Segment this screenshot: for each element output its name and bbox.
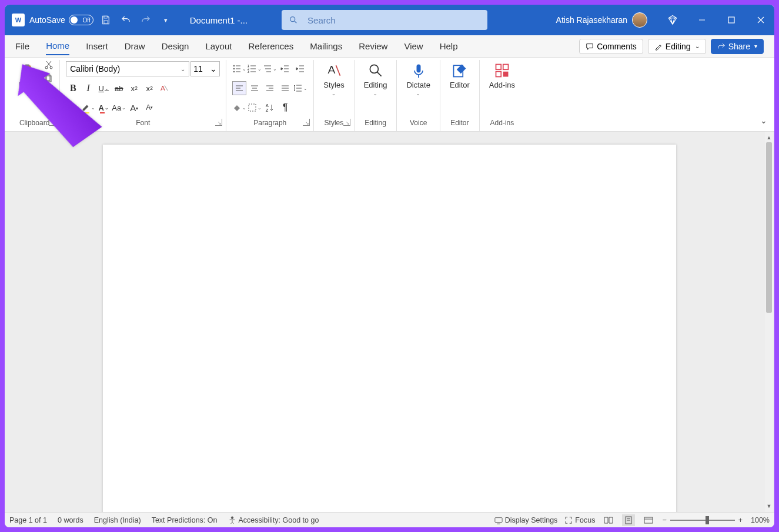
clear-format-icon[interactable]: A bbox=[158, 81, 172, 95]
tab-mailings[interactable]: Mailings bbox=[310, 38, 342, 55]
decrease-indent-icon[interactable] bbox=[278, 62, 292, 76]
editor-button[interactable]: Editor bbox=[446, 60, 473, 92]
svg-text:A: A bbox=[327, 63, 335, 76]
font-dialog-icon[interactable] bbox=[215, 119, 222, 126]
align-center-icon[interactable] bbox=[248, 81, 262, 95]
increase-indent-icon[interactable] bbox=[293, 62, 307, 76]
zoom-out-icon[interactable]: − bbox=[662, 516, 666, 524]
word-app-icon: W bbox=[12, 14, 25, 26]
show-marks-icon[interactable]: ¶ bbox=[278, 101, 292, 115]
line-spacing-icon[interactable]: ⌄ bbox=[293, 81, 307, 95]
search-input[interactable]: Search bbox=[282, 10, 487, 30]
group-styles: A Styles⌄ Styles bbox=[314, 60, 354, 131]
group-addins: Add-ins Add-ins bbox=[480, 60, 524, 131]
align-left-icon[interactable] bbox=[232, 81, 246, 95]
svg-point-14 bbox=[233, 71, 235, 72]
diamond-icon[interactable] bbox=[664, 11, 681, 29]
subscript-button[interactable]: x2 bbox=[127, 81, 141, 95]
zoom-control[interactable]: − + 100% bbox=[662, 516, 770, 524]
svg-rect-23 bbox=[416, 65, 420, 73]
collapse-ribbon-icon[interactable]: ⌄ bbox=[760, 116, 767, 125]
text-predictions-status[interactable]: Text Predictions: On bbox=[152, 516, 218, 524]
borders-icon[interactable]: ⌄ bbox=[248, 101, 262, 115]
tab-layout[interactable]: Layout bbox=[205, 38, 232, 55]
scroll-up-icon[interactable]: ▲ bbox=[765, 133, 773, 142]
scroll-thumb[interactable] bbox=[766, 142, 772, 313]
accessibility-status[interactable]: Accessibility: Good to go bbox=[228, 516, 319, 524]
grow-font-icon[interactable]: A▴ bbox=[127, 101, 141, 115]
title-bar: W AutoSave Off ▾ Document1 -... Search A… bbox=[5, 5, 774, 35]
dictate-button[interactable]: Dictate⌄ bbox=[403, 60, 433, 99]
svg-point-12 bbox=[233, 65, 235, 66]
comments-button[interactable]: Comments bbox=[579, 39, 643, 54]
editing-mode-button[interactable]: Editing⌄ bbox=[648, 39, 706, 54]
maximize-button[interactable] bbox=[723, 11, 740, 29]
tab-file[interactable]: File bbox=[15, 38, 29, 55]
display-settings[interactable]: Display Settings bbox=[494, 516, 558, 524]
svg-rect-25 bbox=[496, 65, 501, 70]
svg-rect-30 bbox=[495, 517, 502, 522]
svg-point-22 bbox=[370, 65, 378, 73]
ribbon-tabs: File Home Insert Draw Design Layout Refe… bbox=[5, 35, 774, 58]
shading-icon[interactable]: ⌄ bbox=[232, 101, 246, 115]
svg-text:A: A bbox=[266, 103, 269, 108]
word-count[interactable]: 0 words bbox=[58, 516, 83, 524]
multilevel-icon[interactable]: ⌄ bbox=[263, 62, 277, 76]
zoom-slider[interactable] bbox=[670, 520, 735, 521]
qat-dropdown-icon[interactable]: ▾ bbox=[158, 12, 173, 28]
align-right-icon[interactable] bbox=[263, 81, 277, 95]
addins-button[interactable]: Add-ins bbox=[486, 60, 519, 92]
web-layout-icon[interactable] bbox=[642, 514, 655, 526]
document-page[interactable] bbox=[103, 145, 676, 512]
svg-rect-28 bbox=[503, 72, 509, 77]
svg-text:3: 3 bbox=[248, 70, 249, 73]
word-window: W AutoSave Off ▾ Document1 -... Search A… bbox=[5, 5, 774, 527]
autosave[interactable]: AutoSave Off bbox=[29, 15, 93, 25]
close-button[interactable] bbox=[752, 11, 770, 29]
styles-dialog-icon[interactable] bbox=[343, 119, 350, 126]
styles-button[interactable]: A Styles⌄ bbox=[320, 60, 347, 99]
group-paragraph: ⌄ 123⌄ ⌄ ⌄ ⌄ ⌄ AZ ¶ bbox=[226, 60, 314, 131]
tab-view[interactable]: View bbox=[404, 38, 423, 55]
svg-rect-3 bbox=[728, 17, 734, 23]
svg-rect-27 bbox=[496, 72, 501, 77]
zoom-in-icon[interactable]: + bbox=[738, 516, 743, 524]
shrink-font-icon[interactable]: A▾ bbox=[142, 101, 156, 115]
focus-mode[interactable]: Focus bbox=[564, 516, 595, 524]
group-voice: Dictate⌄ Voice bbox=[397, 60, 440, 131]
tab-help[interactable]: Help bbox=[440, 38, 458, 55]
svg-rect-1 bbox=[104, 21, 108, 24]
scroll-down-icon[interactable]: ▼ bbox=[765, 501, 773, 511]
sort-icon[interactable]: AZ bbox=[263, 101, 277, 115]
minimize-button[interactable] bbox=[693, 11, 711, 29]
page-status[interactable]: Page 1 of 1 bbox=[9, 516, 47, 524]
user-account[interactable]: Atish Rajasekharan bbox=[556, 12, 647, 28]
svg-point-13 bbox=[233, 68, 235, 69]
numbering-icon[interactable]: 123⌄ bbox=[248, 62, 262, 76]
vertical-scrollbar[interactable]: ▲ ▼ bbox=[765, 132, 773, 512]
zoom-level[interactable]: 100% bbox=[751, 516, 770, 524]
tab-insert[interactable]: Insert bbox=[86, 38, 108, 55]
font-size-input[interactable]: 11⌄ bbox=[190, 61, 220, 76]
autosave-label: AutoSave bbox=[29, 15, 65, 25]
autosave-toggle[interactable]: Off bbox=[69, 15, 93, 25]
save-icon[interactable] bbox=[98, 12, 113, 28]
justify-icon[interactable] bbox=[278, 81, 292, 95]
tab-draw[interactable]: Draw bbox=[125, 38, 145, 55]
document-title[interactable]: Document1 -... bbox=[190, 15, 248, 25]
tab-review[interactable]: Review bbox=[359, 38, 387, 55]
print-layout-icon[interactable] bbox=[622, 514, 635, 526]
bullets-icon[interactable]: ⌄ bbox=[232, 62, 246, 76]
language-status[interactable]: English (India) bbox=[94, 516, 141, 524]
tab-design[interactable]: Design bbox=[162, 38, 189, 55]
strikethrough-button[interactable]: ab bbox=[112, 81, 126, 95]
read-mode-icon[interactable] bbox=[602, 514, 615, 526]
redo-icon[interactable] bbox=[138, 12, 153, 28]
tab-references[interactable]: References bbox=[248, 38, 293, 55]
editing-button[interactable]: Editing⌄ bbox=[360, 60, 391, 99]
svg-point-2 bbox=[290, 17, 295, 22]
superscript-button[interactable]: x2 bbox=[142, 81, 156, 95]
undo-icon[interactable] bbox=[118, 12, 133, 28]
paragraph-dialog-icon[interactable] bbox=[303, 119, 310, 126]
share-button[interactable]: Share▾ bbox=[711, 39, 764, 54]
